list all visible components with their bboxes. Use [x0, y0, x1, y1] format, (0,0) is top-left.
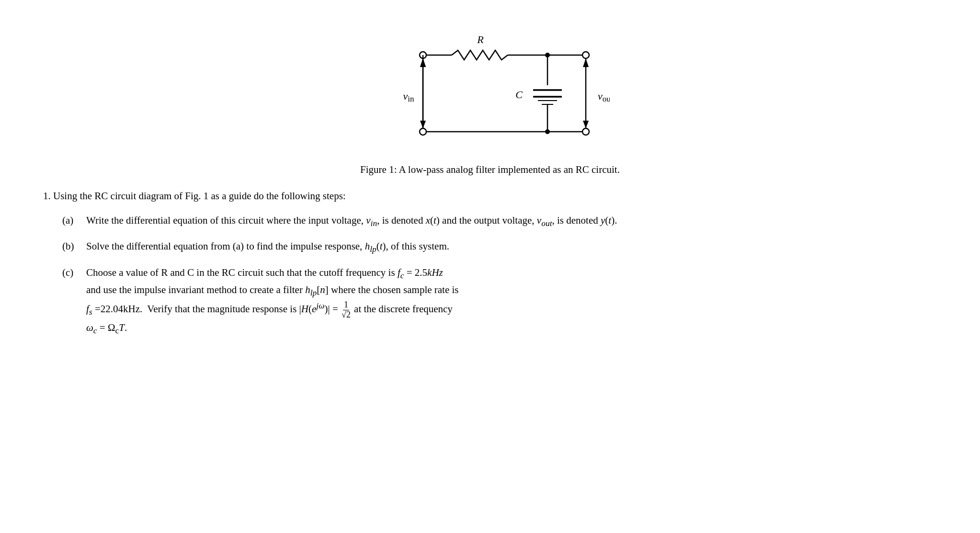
svg-point-5 [582, 52, 589, 58]
svg-text:vin: vin [403, 90, 414, 103]
svg-text:R: R [477, 34, 484, 45]
svg-marker-11 [420, 58, 426, 67]
label-a: (a) [62, 213, 86, 230]
problem-1-intro: 1. Using the RC circuit diagram of Fig. … [43, 190, 942, 202]
subproblem-a: (a) Write the differential equation of t… [62, 213, 942, 230]
svg-marker-12 [420, 121, 426, 128]
content-a: Write the differential equation of this … [86, 213, 942, 230]
label-c: (c) [62, 265, 86, 337]
figure-caption: Figure 1: A low-pass analog filter imple… [360, 164, 620, 176]
subproblems: (a) Write the differential equation of t… [43, 213, 942, 337]
svg-text:vout: vout [598, 90, 610, 103]
content-b: Solve the differential equation from (a)… [86, 238, 942, 256]
subproblem-c: (c) Choose a value of R and C in the RC … [62, 265, 942, 337]
content-c: Choose a value of R and C in the RC circ… [86, 265, 942, 337]
svg-marker-15 [583, 121, 589, 128]
svg-point-20 [582, 128, 589, 135]
problem-section: 1. Using the RC circuit diagram of Fig. … [38, 190, 942, 337]
svg-text:C: C [515, 89, 523, 101]
svg-point-18 [420, 128, 426, 135]
figure-container: R vin vout [38, 29, 942, 176]
circuit-diagram: R vin vout [370, 29, 610, 158]
label-b: (b) [62, 238, 86, 256]
svg-marker-14 [583, 58, 589, 67]
subproblem-b: (b) Solve the differential equation from… [62, 238, 942, 256]
